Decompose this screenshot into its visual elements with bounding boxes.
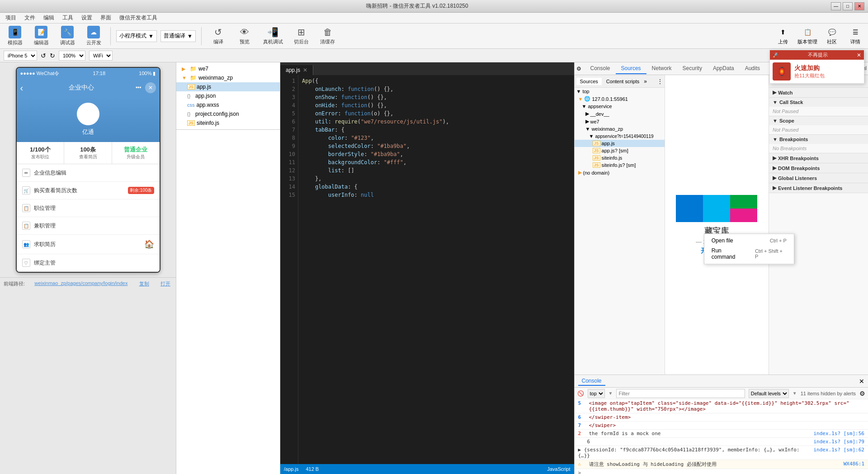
device-select[interactable]: iPhone 5 iPhone 6 (4, 51, 37, 61)
console-tab[interactable]: Console (578, 377, 605, 386)
phone-route-path[interactable]: weixinmao_zp/pages/company/login/index (34, 280, 127, 287)
console-context-select[interactable]: top (588, 389, 605, 398)
devtools-tab-console[interactable]: Console (585, 63, 616, 74)
menu-project[interactable]: 项目 (2, 13, 20, 23)
context-menu-run-command[interactable]: Run command Ctrl + Shift + P (704, 246, 794, 262)
rotate-right-icon[interactable]: ↻ (50, 52, 55, 59)
sources-item-weixinmao[interactable]: ▼ weixinmao_zp (575, 125, 665, 133)
simulator-button[interactable]: 📱 模拟器 (4, 24, 26, 48)
sources-item-appjs[interactable]: JS app.js (575, 140, 665, 147)
debugger-xhr-header[interactable]: ▶ XHR Breakpoints (769, 153, 868, 163)
devtools-tab-audits[interactable]: Audits (740, 63, 765, 74)
debugger-dom-header[interactable]: ▶ DOM Breakpoints (769, 163, 868, 173)
console-source-4[interactable]: index.1s? [sm]:56 (813, 431, 864, 436)
phone-menu-buy-resumes[interactable]: 🛒 购买查看简历次数 剩余:100条 (17, 182, 160, 199)
preview-button[interactable]: 👁 预览 (233, 25, 256, 47)
menu-settings[interactable]: 设置 (78, 13, 96, 23)
phone-more-button[interactable]: ••• (136, 85, 142, 91)
code-lines[interactable]: App({ onLaunch: function() {}, onShow: f… (298, 75, 574, 464)
phone-open-btn[interactable]: 打开 (160, 280, 170, 287)
console-close-button[interactable]: ✕ (859, 378, 864, 385)
sources-item-we7[interactable]: ▶ we7 (575, 118, 665, 125)
versions-button[interactable]: 📋 版本管理 (797, 27, 817, 45)
minimize-button[interactable]: — (831, 2, 841, 10)
menu-interface[interactable]: 界面 (97, 13, 115, 23)
sources-item-appservice-t[interactable]: ▼ appservice?t=154149400119 (575, 133, 665, 140)
console-source-6[interactable]: index.1s? [sm]:62 (813, 447, 864, 459)
realdevice-button[interactable]: 📲 真机调试 (259, 25, 287, 47)
compile-button[interactable]: ↺ 编译 (207, 25, 230, 47)
sources-item-top[interactable]: ▼ top (575, 88, 665, 95)
phone-menu-edit-info[interactable]: ✏ 企业信息编辑 (17, 164, 160, 182)
sources-item-siteinfojs[interactable]: JS siteinfo.js (575, 154, 665, 161)
devtools-settings-icon[interactable]: ⚙ (575, 66, 583, 72)
phone-stat-jobs[interactable]: 1/100个 发布职位 (17, 142, 65, 164)
context-menu-open-file[interactable]: Open file Ctrl + P (704, 236, 794, 246)
phone-back-button[interactable]: ‹ (20, 83, 24, 93)
devtools-tab-network[interactable]: Network (646, 63, 677, 74)
editor-button[interactable]: 📝 编辑器 (30, 24, 52, 48)
phone-menu-resumes[interactable]: 👥 求职简历 🏠 (17, 235, 160, 254)
file-item-appjs[interactable]: JS app.js (176, 82, 280, 91)
phone-stat-resumes[interactable]: 100条 查看简历 (64, 142, 112, 164)
devtools-tab-appdata[interactable]: AppData (708, 63, 740, 74)
sources-item-server[interactable]: ▼ 🌐 127.0.0.1:55961 (575, 95, 665, 103)
sources-tab-sources[interactable]: Sources (576, 78, 602, 85)
compile-dropdown[interactable]: 普通编译 ▼ (160, 30, 196, 42)
debugger-breakpoints-header[interactable]: ▼ Breakpoints (769, 135, 868, 144)
upload-button[interactable]: ⬆ 上传 (774, 27, 792, 45)
sources-tab-content-scripts[interactable]: Content scripts (603, 78, 643, 85)
file-item-appwxss[interactable]: css app.wxss (176, 100, 280, 109)
ad-close-button[interactable]: ✕ (857, 52, 861, 58)
debugger-eventlistener-header[interactable]: ▶ Event Listener Breakpoints (769, 183, 868, 193)
menu-file[interactable]: 文件 (21, 13, 39, 23)
sources-item-siteinfojs-sm[interactable]: JS siteinfo.js? [sm] (575, 161, 665, 169)
phone-stat-membership[interactable]: 普通企业 升级会员 (112, 142, 160, 164)
editor-tab-appjs-close[interactable]: ✕ (303, 67, 307, 73)
scale-select[interactable]: 100% 75% (59, 51, 85, 61)
phone-menu-jobs[interactable]: 📋 职位管理 (17, 199, 160, 217)
sources-item-dev[interactable]: ▶ __dev__ (575, 110, 665, 118)
debugger-global-header[interactable]: ▶ Global Listeners (769, 173, 868, 183)
file-item-siteinfojs[interactable]: JS siteinfo.js (176, 118, 280, 128)
sources-toolbar-icon[interactable]: ⋮ (657, 78, 663, 85)
debugger-watch-header[interactable]: ▶ Watch (769, 88, 868, 97)
debugger-button[interactable]: 🔧 调试器 (56, 24, 79, 48)
menu-devtools[interactable]: 微信开发者工具 (116, 13, 161, 23)
close-button[interactable]: ✕ (854, 2, 864, 10)
menu-tools[interactable]: 工具 (59, 13, 77, 23)
file-item-weixinmao[interactable]: ▼ 📁 weixinmao_zp (176, 73, 280, 82)
clearcache-button[interactable]: 🗑 清缓存 (316, 25, 339, 47)
file-item-appjson[interactable]: {} app.json (176, 91, 280, 100)
console-level-select[interactable]: Default levels Verbose Info Warnings Err… (749, 389, 789, 398)
sources-item-appservice[interactable]: ▼ appservice (575, 103, 665, 110)
sources-item-nodomain[interactable]: ▶ (no domain) (575, 169, 665, 176)
phone-menu-bind-manager[interactable]: ♡ 绑定主管 (17, 254, 160, 272)
console-source-7[interactable]: WX486:1 (844, 461, 864, 468)
file-item-projectconfig[interactable]: {} project.config.json (176, 109, 280, 118)
maximize-button[interactable]: □ (843, 2, 853, 10)
file-item-we7[interactable]: ▶ 📁 we7 (176, 64, 280, 73)
debugger-scope-header[interactable]: ▼ Scope (769, 116, 868, 125)
phone-copy-btn[interactable]: 复制 (139, 280, 149, 287)
console-clear-icon[interactable]: 🚫 (577, 390, 584, 397)
sources-item-appjs-sm[interactable]: JS app.js? [sm] (575, 147, 665, 154)
phone-close-nav-button[interactable]: ✕ (145, 82, 156, 93)
rotate-left-icon[interactable]: ↺ (41, 52, 46, 59)
community-button[interactable]: 💬 社区 (823, 27, 841, 45)
cutscreen-button[interactable]: ⊞ 切后台 (290, 25, 313, 47)
console-settings-icon[interactable]: ⚙ (859, 390, 865, 397)
devtools-tab-security[interactable]: Security (677, 63, 708, 74)
details-button[interactable]: ☰ 详情 (846, 27, 864, 45)
console-filter-input[interactable] (616, 389, 745, 398)
menu-edit[interactable]: 编辑 (40, 13, 58, 23)
phone-menu-parttime[interactable]: 📋 兼职管理 (17, 217, 160, 235)
mode-dropdown[interactable]: 小程序模式 ▼ (116, 30, 157, 42)
editor-tab-appjs[interactable]: app.js ✕ (280, 65, 313, 75)
console-source-5[interactable]: index.1s? [sm]:79 (813, 439, 864, 445)
network-select[interactable]: WiFi 3G (89, 51, 113, 61)
devtools-tab-sources[interactable]: Sources (616, 63, 646, 74)
sources-tab-more[interactable]: » (644, 78, 647, 85)
debugger-callstack-header[interactable]: ▼ Call Stack (769, 98, 868, 107)
cloud-button[interactable]: ☁ 云开发 (82, 24, 105, 48)
